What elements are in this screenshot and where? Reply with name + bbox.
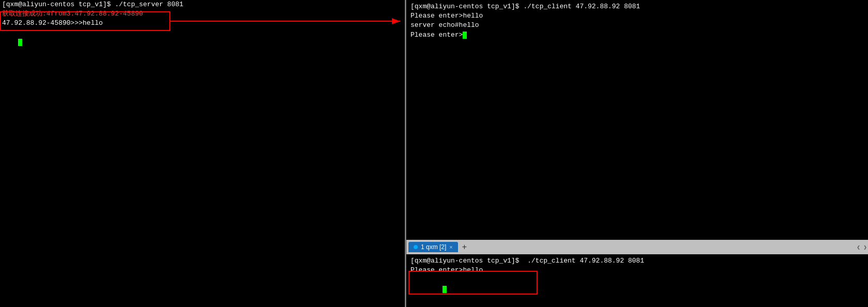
right-top-line-4: Please enter> bbox=[408, 30, 867, 40]
left-line-3: 47.92.88.92-45890>>>hello bbox=[0, 19, 405, 28]
tab-dot-icon bbox=[414, 245, 418, 249]
left-line-1: [qxm@aliyun-centos tcp_v1]$ ./tcp_server… bbox=[0, 0, 405, 9]
right-top-line-3: server echo#hello bbox=[408, 21, 867, 30]
bottom-cursor-line bbox=[408, 275, 867, 303]
right-top-line-1: [qxm@aliyun-centos tcp_v1]$ ./tcp_client… bbox=[408, 2, 867, 11]
left-cursor bbox=[18, 39, 22, 46]
right-top-cursor bbox=[463, 32, 467, 39]
bottom-cursor bbox=[443, 286, 447, 293]
left-terminal-panel: [qxm@aliyun-centos tcp_v1]$ ./tcp_server… bbox=[0, 0, 405, 307]
tab-bar: 1 qxm [2] × + ❮ ❯ bbox=[406, 240, 868, 254]
tab-close-button[interactable]: × bbox=[449, 244, 452, 250]
tab-add-button[interactable]: + bbox=[459, 241, 470, 253]
bottom-terminal[interactable]: [qxm@aliyun-centos tcp_v1]$ ./tcp_client… bbox=[406, 254, 868, 307]
tab-scroll-area: ❮ ❯ bbox=[857, 244, 867, 251]
left-cursor-line bbox=[0, 28, 405, 57]
bottom-line-1: [qxm@aliyun-centos tcp_v1]$ ./tcp_client… bbox=[408, 256, 867, 266]
tab-active[interactable]: 1 qxm [2] × bbox=[408, 242, 458, 252]
right-top-terminal[interactable]: [qxm@aliyun-centos tcp_v1]$ ./tcp_client… bbox=[406, 0, 868, 240]
tab-label: 1 qxm [2] bbox=[421, 243, 446, 251]
right-top-line-2: Please enter>hello bbox=[408, 11, 867, 21]
left-line-2: 获取连接成功:4from3.47.92.88.92-45890 bbox=[0, 9, 405, 19]
right-bottom-section: 1 qxm [2] × + ❮ ❯ [qxm@aliyun-centos tcp… bbox=[406, 240, 868, 307]
scroll-indicator: ❮ ❯ bbox=[857, 244, 867, 251]
bottom-line-2: Please enter>hello bbox=[408, 266, 867, 275]
right-panel: [qxm@aliyun-centos tcp_v1]$ ./tcp_client… bbox=[406, 0, 868, 307]
